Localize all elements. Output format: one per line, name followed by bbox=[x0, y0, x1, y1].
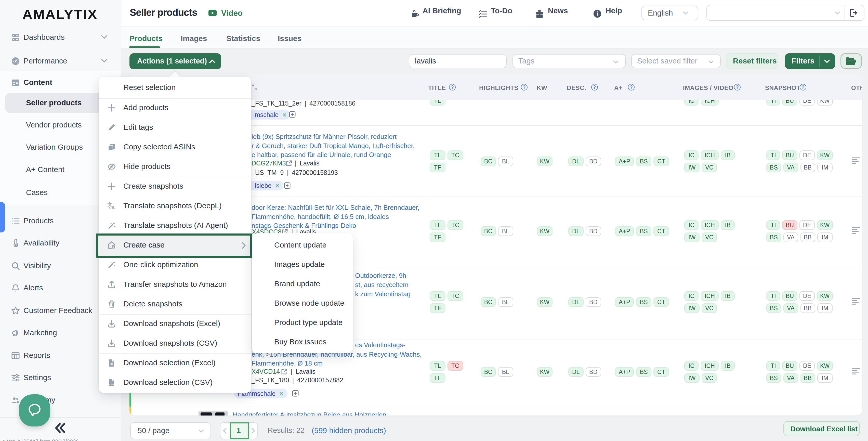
svg-text:A: A bbox=[112, 205, 115, 210]
svg-text:CSV: CSV bbox=[109, 383, 115, 386]
